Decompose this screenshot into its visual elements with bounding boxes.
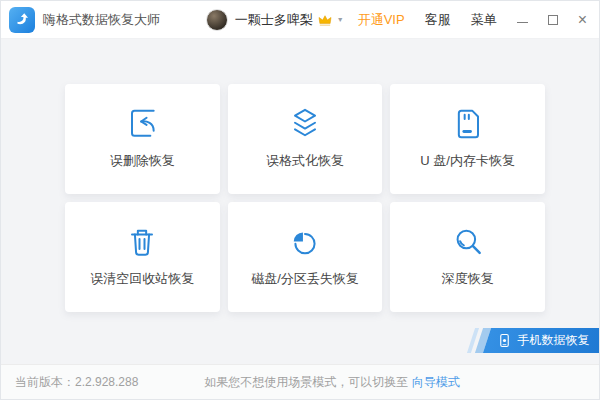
username[interactable]: 一颗士多啤梨 xyxy=(235,11,313,29)
open-vip-link[interactable]: 开通VIP xyxy=(358,11,405,29)
user-avatar[interactable] xyxy=(206,9,228,31)
version-label: 当前版本： xyxy=(15,375,75,389)
phone-recovery-button[interactable]: 手机数据恢复 xyxy=(483,328,600,353)
trash-can-icon xyxy=(122,222,162,262)
card-label: 误清空回收站恢复 xyxy=(90,270,194,288)
version-number: 2.2.928.288 xyxy=(75,375,138,389)
version-text: 当前版本：2.2.928.288 xyxy=(15,374,138,391)
card-label: 深度恢复 xyxy=(442,270,494,288)
maximize-icon xyxy=(548,15,558,25)
card-deep-recovery[interactable]: 深度恢复 xyxy=(390,202,545,312)
card-accidental-deletion-recovery[interactable]: 误删除恢复 xyxy=(65,84,220,194)
magnifier-icon xyxy=(448,222,488,262)
layers-stack-icon xyxy=(285,104,325,144)
customer-service-button[interactable]: 客服 xyxy=(425,11,451,29)
card-label: 误删除恢复 xyxy=(110,152,175,170)
phone-recovery-content: 手机数据恢复 xyxy=(487,328,600,353)
hint-text: 如果您不想使用场景模式，可以切换至 xyxy=(204,375,411,389)
card-label: 误格式化恢复 xyxy=(266,152,344,170)
card-recycle-bin-recovery[interactable]: 误清空回收站恢复 xyxy=(65,202,220,312)
chevron-down-icon[interactable]: ▼ xyxy=(337,16,344,23)
mode-switch-hint: 如果您不想使用场景模式，可以切换至 向导模式 xyxy=(204,374,459,391)
card-format-recovery[interactable]: 误格式化恢复 xyxy=(228,84,383,194)
minimize-button[interactable] xyxy=(517,16,528,23)
app-window: 嗨格式数据恢复大师 一颗士多啤梨 ▼ 开通VIP 客服 菜单 × xyxy=(0,0,600,400)
titlebar: 嗨格式数据恢复大师 一颗士多啤梨 ▼ 开通VIP 客服 菜单 × xyxy=(1,1,599,39)
document-undo-icon xyxy=(122,104,162,144)
minimize-icon xyxy=(517,22,528,23)
status-bar: 当前版本：2.2.928.288 如果您不想使用场景模式，可以切换至 向导模式 xyxy=(1,364,599,399)
wizard-mode-link[interactable]: 向导模式 xyxy=(412,375,460,389)
titlebar-left: 嗨格式数据恢复大师 xyxy=(9,7,160,33)
app-logo-icon xyxy=(9,7,35,33)
card-label: 磁盘/分区丢失恢复 xyxy=(251,270,359,288)
card-usb-memory-card-recovery[interactable]: U 盘/内存卡恢复 xyxy=(390,84,545,194)
sd-card-icon xyxy=(448,104,488,144)
maximize-button[interactable] xyxy=(548,15,558,25)
phone-recovery-label: 手机数据恢复 xyxy=(518,332,590,349)
card-disk-partition-loss-recovery[interactable]: 磁盘/分区丢失恢复 xyxy=(228,202,383,312)
vip-crown-icon xyxy=(318,14,332,26)
app-title: 嗨格式数据恢复大师 xyxy=(43,11,160,29)
card-label: U 盘/内存卡恢复 xyxy=(420,152,515,170)
menu-button[interactable]: 菜单 xyxy=(471,11,497,29)
titlebar-right: 一颗士多啤梨 ▼ 开通VIP 客服 菜单 × xyxy=(206,9,587,31)
smartphone-icon xyxy=(497,333,512,348)
close-button[interactable]: × xyxy=(578,12,587,28)
recovery-mode-grid: 误删除恢复 误格式化恢复 U 盘/内存卡恢复 xyxy=(65,84,545,312)
pie-chart-icon xyxy=(285,222,325,262)
